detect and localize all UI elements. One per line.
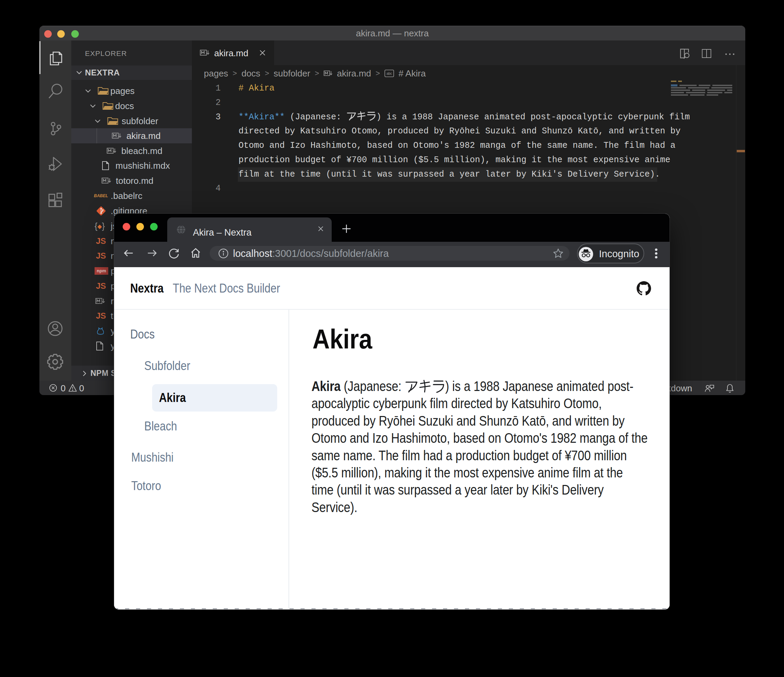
svg-text:abc: abc (387, 72, 392, 75)
